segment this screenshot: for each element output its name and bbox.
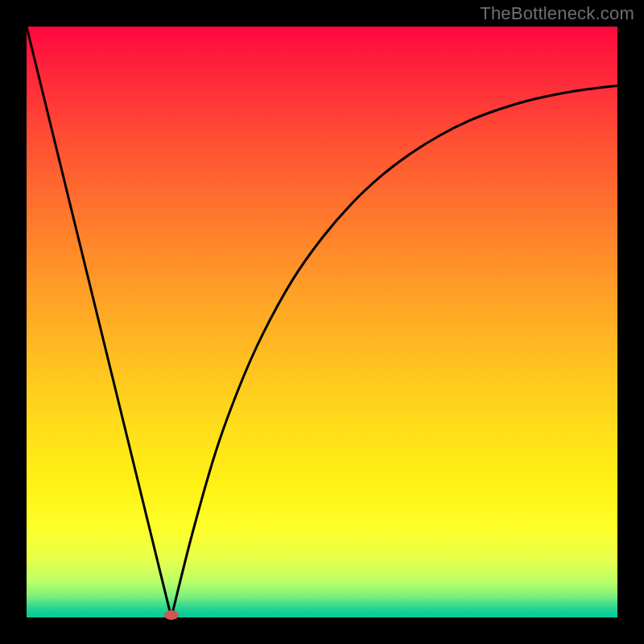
minimum-marker	[164, 610, 179, 620]
watermark-text: TheBottleneck.com	[480, 3, 634, 24]
chart-frame: TheBottleneck.com	[0, 0, 644, 644]
plot-area	[27, 27, 617, 617]
bottleneck-curve	[27, 27, 617, 617]
